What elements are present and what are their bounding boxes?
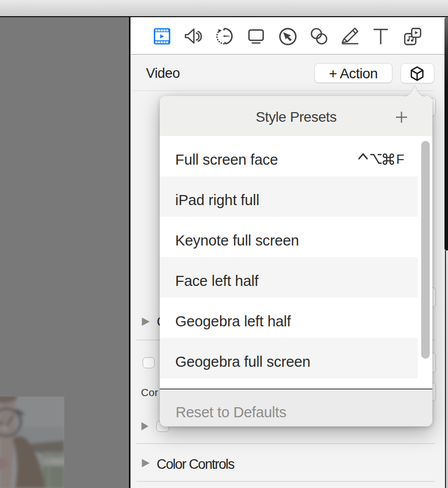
svg-text:F: F: [396, 152, 405, 166]
